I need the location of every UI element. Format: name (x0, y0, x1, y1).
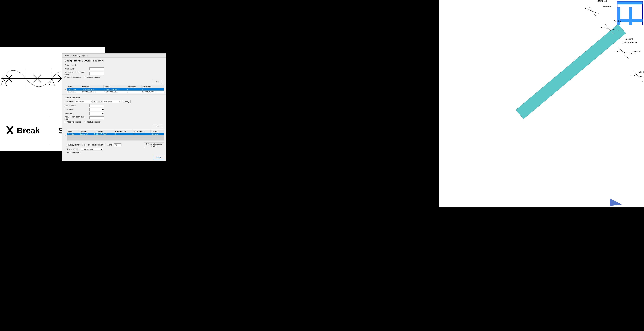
distance-input[interactable] (90, 72, 104, 75)
break4-label: Break4 (633, 50, 640, 53)
section-end-cell: End break (151, 133, 164, 135)
dialog-titlebar-text: Define beam design regions (64, 54, 88, 57)
svg-rect-24 (617, 7, 620, 25)
ds-end-break-label: End break (94, 101, 102, 103)
relative-distance-text: Relative distance (86, 76, 100, 78)
ds-start-break-label: Start break: (64, 101, 74, 103)
distance-label: Distance from beam start break: (64, 71, 88, 75)
break-abs-cell: 3.020000457763... (141, 91, 164, 93)
absolute-distance-label[interactable]: Absolute distance (64, 76, 81, 78)
ds-relative-radio[interactable] (84, 121, 86, 123)
breaks-col-y: BreakPtY (104, 85, 126, 88)
breaks-add-button[interactable]: Add (153, 80, 162, 83)
ds-distance-row: Distance from beam start break: (62, 115, 166, 120)
ds-distance-input[interactable] (90, 116, 104, 119)
legend-x-symbol: X (6, 124, 14, 137)
design-beam1-label: Design Beam1 (622, 41, 637, 44)
section-point-cell: [X=11.91, Y=0.19] (93, 133, 114, 135)
sections-add-button[interactable]: Add (153, 125, 162, 128)
ds-end-select[interactable] (90, 112, 104, 115)
ds-absolute-radio[interactable] (64, 121, 66, 123)
relative-distance-radio[interactable] (84, 76, 86, 78)
table-row[interactable]: Start break 11.90999984741... 0.18999999… (67, 88, 164, 91)
distance-row: Distance from beam start break: (62, 71, 166, 76)
modify-button[interactable]: Modify (122, 100, 131, 103)
close-btn-row: Close (62, 155, 166, 161)
force-doubly-text: Force doubly reinforced. (87, 144, 106, 146)
ds-distance-type-row: Absolute distance Relative distance (62, 120, 166, 123)
break-name-cell: End break (67, 91, 81, 93)
force-doubly-label[interactable]: Force doubly reinforced. (84, 144, 106, 146)
ds-end-break-dropdown[interactable]: End break (103, 100, 121, 103)
errors-row: Errors: No errors. (64, 151, 143, 154)
breaks-col-name: Name (67, 85, 81, 88)
ds-relative-text: Relative distance (86, 121, 100, 123)
svg-rect-26 (629, 7, 632, 25)
legend-break: X Break (6, 124, 40, 137)
material-row: Design material: Default Kgf-mm (64, 147, 143, 151)
break-y-cell: 0.189999997615... (104, 91, 126, 93)
breaks-col-x: BreakPtX (82, 85, 104, 88)
breaks-col-rel: RelDistance (126, 85, 142, 88)
break-name-input[interactable] (90, 67, 104, 70)
sections-col-rel: RelativeLength (132, 130, 151, 133)
singly-reinforced-label[interactable]: Singly reinforced. (66, 144, 83, 146)
ds-start-break-dropdown[interactable]: Start break (75, 100, 93, 103)
dialog-titlebar: Define beam design regions (62, 53, 166, 58)
right-diagram: Start break Section1 Break3 Section2 Des… (439, 0, 644, 207)
end-break3-label: End break3 (639, 71, 644, 73)
section-start-cell: Start break (79, 133, 93, 135)
dialog: Define beam design regions Design Beam1 … (62, 53, 166, 161)
section-name-label: Section name: (64, 105, 88, 107)
table-row[interactable]: X section Start break [X=11.91, Y=0.19] … (67, 133, 164, 135)
relative-distance-label[interactable]: Relative distance (84, 76, 100, 78)
break-name-row: Break name: (62, 67, 166, 71)
svg-rect-23 (617, 1, 642, 4)
right-diagram-svg: Start break Section1 Break3 Section2 Des… (439, 0, 644, 207)
start-break-label: Start break (596, 0, 608, 2)
singly-reinforced-text: Singly reinforced. (69, 144, 83, 146)
break-abs-cell: 0 (141, 88, 164, 91)
section-rel-cell: 0 (132, 133, 151, 135)
section2-label: Section2 (625, 38, 633, 40)
bottom-bar: Singly reinforced. Force doubly reinforc… (64, 143, 143, 147)
legend-divider (49, 117, 50, 144)
ds-start-select[interactable] (90, 108, 104, 111)
section-name-row: Section name: (62, 104, 166, 108)
table-row[interactable]: End break 14.93000030517... 0.1899999976… (67, 91, 164, 93)
sections-table-arrow: ► (64, 134, 66, 136)
section-name-cell: X section (67, 133, 79, 135)
svg-marker-1 (1, 78, 7, 86)
sections-table: Name StartName SectionPoint AbsoluteLeng… (67, 130, 164, 140)
absolute-distance-text: Absolute distance (67, 76, 81, 78)
ds-relative-label[interactable]: Relative distance (84, 121, 100, 123)
ds-distance-label: Distance from beam start break: (64, 116, 88, 120)
force-doubly-checkbox[interactable] (84, 144, 86, 146)
define-reinforcement-button[interactable]: Define reinforcementdetailes (144, 143, 164, 148)
break-x-cell: 11.90999984741... (82, 88, 104, 91)
alpha-label: Alpha: (108, 144, 112, 146)
break-rel-cell: 0 (126, 88, 142, 91)
absolute-distance-radio[interactable] (64, 76, 66, 78)
break-rel-cell: 1 (126, 91, 142, 93)
section-abs-cell: 0 (114, 133, 132, 135)
distance-type-row: Absolute distance Relative distance (62, 76, 166, 79)
dialog-title: Design Beam1 design sections (62, 58, 166, 63)
material-dropdown[interactable]: Default Kgf-mm (81, 148, 103, 151)
section-name-input[interactable] (90, 104, 104, 107)
breaks-table: Name BreakPtX BreakPtY RelDistance AbsDi… (67, 85, 164, 93)
sections-col-point: SectionPoint (93, 130, 114, 133)
table-row (67, 135, 164, 138)
break-name-label: Break name: (64, 68, 88, 70)
errors-value: No errors. (72, 152, 80, 154)
close-button[interactable]: Close (153, 156, 164, 159)
design-sections-header: Design sections (62, 96, 166, 99)
sections-col-name: Name (67, 130, 79, 133)
ds-toolbar: Start break: Start break End break End b… (62, 99, 166, 104)
singly-reinforced-checkbox[interactable] (66, 144, 68, 146)
section-divider (62, 94, 166, 95)
break-x-cell: 14.93000030517... (82, 91, 104, 93)
ds-absolute-label[interactable]: Absolute distance (64, 121, 81, 123)
alpha-input[interactable] (114, 143, 122, 146)
ds-start-break-row: Start break: (62, 108, 166, 112)
